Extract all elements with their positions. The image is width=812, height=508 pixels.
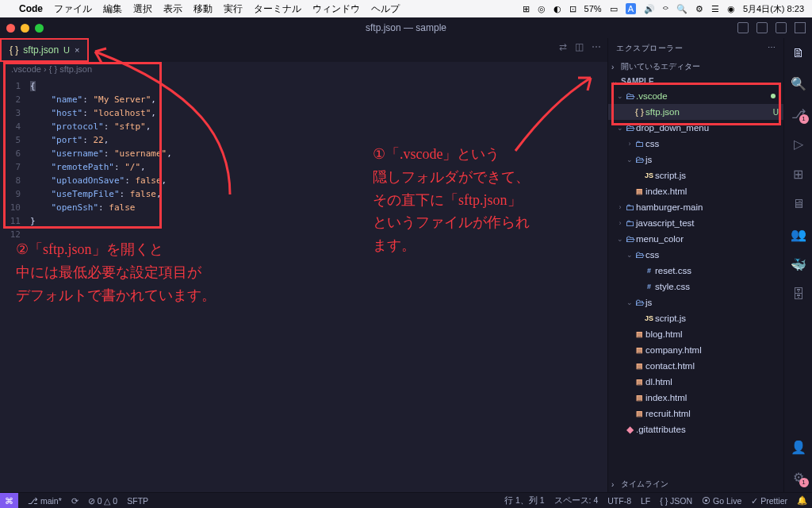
editor-content[interactable]: { "name": "My Server", "host": "localhos…	[27, 76, 172, 241]
tree-item[interactable]: JSscript.js	[608, 310, 783, 326]
menu-file[interactable]: ファイル	[54, 2, 92, 16]
activity-scm-icon[interactable]: ⎇1	[790, 105, 807, 122]
explorer-more-icon[interactable]: ⋯	[768, 43, 776, 54]
split-icon[interactable]: ◫	[575, 41, 584, 52]
menu-go[interactable]: 移動	[193, 2, 213, 16]
menu-edit[interactable]: 編集	[103, 2, 122, 16]
activity-search-icon[interactable]: 🔍	[790, 75, 807, 92]
menu-help[interactable]: ヘルプ	[371, 2, 400, 16]
editor-gutter: 123456789101112	[0, 76, 27, 241]
settings-badge: 1	[799, 478, 809, 487]
editor-area: { } sftp.json U × ⇄ ◫ ⋯ .vscode › { } sf…	[0, 38, 607, 492]
activity-liveshare-icon[interactable]: 👥	[790, 225, 807, 243]
editor-tab-sftp[interactable]: { } sftp.json U ×	[0, 38, 89, 62]
volume-icon[interactable]: 🔊	[644, 4, 655, 14]
tree-item[interactable]: ›🗀javascript_test	[608, 215, 783, 231]
tree-item[interactable]: ▤dl.html	[608, 374, 783, 390]
wifi-icon[interactable]: ⚙	[695, 4, 703, 14]
tree-item[interactable]: ⌄🗁js	[608, 294, 783, 310]
search-icon[interactable]: 🔍	[676, 4, 688, 14]
menubar-app[interactable]: Code	[19, 3, 43, 14]
status-branch[interactable]: ⎇ main*	[28, 496, 62, 506]
status-sync[interactable]: ⟳	[71, 496, 79, 506]
status-eol[interactable]: LF	[641, 496, 650, 506]
window-title: sftp.json — sample	[0, 22, 812, 33]
status-golive[interactable]: ⦿ Go Live	[702, 496, 741, 506]
status-encoding[interactable]: UTF-8	[607, 496, 631, 506]
menubar-indicator: ◎	[538, 4, 546, 14]
menubar-indicator: ⊞	[523, 4, 530, 14]
compare-icon[interactable]: ⇄	[559, 41, 567, 52]
chevron-right-icon: ›	[611, 480, 619, 489]
bluetooth-icon[interactable]: ⌔	[663, 4, 668, 13]
tab-git-status: U	[63, 45, 70, 55]
tree-item[interactable]: ▤blog.html	[608, 326, 783, 342]
tree-item[interactable]: ▤index.html	[608, 390, 783, 406]
status-sftp[interactable]: SFTP	[127, 496, 148, 506]
activity-docker-icon[interactable]: 🐳	[790, 256, 807, 273]
status-remote[interactable]: ⌘	[0, 493, 18, 509]
tree-item[interactable]: ◆.gitattributes	[608, 421, 783, 437]
siri-icon[interactable]: ◉	[727, 4, 735, 14]
tree-item[interactable]: ›🗀css	[608, 136, 783, 152]
chevron-down-icon: ⌄	[611, 77, 619, 86]
tree-item[interactable]: ⌄🗁css	[608, 247, 783, 263]
open-editors-section[interactable]: › 開いているエディター	[608, 59, 783, 75]
tab-close-icon[interactable]: ×	[75, 45, 79, 55]
explorer-title: エクスプローラー	[616, 43, 683, 54]
activity-account-icon[interactable]: 👤	[790, 438, 807, 456]
battery-text: 57%	[584, 4, 602, 13]
tree-item[interactable]: ▤index.html	[608, 183, 783, 199]
tree-item[interactable]: ⌄🗁js	[608, 152, 783, 167]
tree-item[interactable]: ▤contact.html	[608, 358, 783, 374]
folder-root-section[interactable]: ⌄ SAMPLE	[608, 75, 783, 88]
tree-item[interactable]: #style.css	[608, 279, 783, 294]
activity-bar: 🗎 🔍 ⎇1 ▷ ⊞ 🖥 👥 🐳 🗄 👤 ⚙1	[783, 38, 812, 492]
timeline-label: タイムライン	[621, 479, 668, 490]
activity-extensions-icon[interactable]: ⊞	[790, 165, 807, 183]
menubar-indicator: ◐	[553, 4, 561, 14]
mac-menubar: Code ファイル 編集 選択 表示 移動 実行 ターミナル ウィンドウ ヘルプ…	[0, 0, 812, 17]
menu-window[interactable]: ウィンドウ	[312, 2, 360, 16]
window-titlebar: sftp.json — sample	[0, 17, 812, 38]
tree-item[interactable]: #reset.css	[608, 263, 783, 279]
activity-debug-icon[interactable]: ▷	[790, 135, 807, 152]
menu-selection[interactable]: 選択	[133, 2, 152, 16]
status-problems[interactable]: ⊘ 0 △ 0	[88, 496, 117, 506]
status-language[interactable]: { } JSON	[660, 496, 692, 506]
open-editors-label: 開いているエディター	[621, 61, 700, 72]
activity-db-icon[interactable]: 🗄	[790, 286, 807, 303]
breadcrumb[interactable]: .vscode › { } sftp.json	[0, 62, 607, 76]
battery-icon: ▭	[610, 4, 618, 14]
activity-settings-icon[interactable]: ⚙1	[790, 468, 807, 486]
status-cursor[interactable]: 行 1、列 1	[504, 495, 545, 506]
status-bell-icon[interactable]: 🔔	[797, 495, 807, 506]
control-center-icon[interactable]: ☰	[711, 4, 719, 14]
menubar-clock[interactable]: 5月4日(木) 8:23	[743, 3, 804, 15]
status-prettier[interactable]: ✓ Prettier	[751, 496, 787, 506]
status-bar: ⌘ ⎇ main* ⟳ ⊘ 0 △ 0 SFTP 行 1、列 1 スペース: 4…	[0, 492, 812, 508]
activity-explorer-icon[interactable]: 🗎	[790, 44, 807, 62]
tab-filename: sftp.json	[23, 44, 59, 56]
tree-item[interactable]: ⌄🗁drop_down_menu	[608, 120, 783, 136]
tree-item[interactable]: { }sftp.jsonU	[608, 104, 783, 120]
more-icon[interactable]: ⋯	[592, 41, 601, 52]
tree-item[interactable]: ▤recruit.html	[608, 406, 783, 421]
editor-tabs: { } sftp.json U × ⇄ ◫ ⋯	[0, 38, 607, 62]
menu-terminal[interactable]: ターミナル	[254, 2, 301, 16]
menu-view[interactable]: 表示	[163, 2, 182, 16]
explorer-sidebar: エクスプローラー ⋯ › 開いているエディター ⌄ SAMPLE ⌄🗁.vsco…	[607, 38, 783, 492]
tree-item[interactable]: ›🗀hamburger-main	[608, 199, 783, 215]
tree-item[interactable]: ⌄🗁.vscode	[608, 88, 783, 104]
input-source-icon[interactable]: A	[626, 3, 636, 14]
timeline-section[interactable]: › タイムライン	[608, 476, 783, 492]
scm-badge: 1	[799, 114, 809, 124]
status-spaces[interactable]: スペース: 4	[554, 495, 599, 506]
activity-remote-icon[interactable]: 🖥	[790, 195, 807, 213]
tree-item[interactable]: ▤company.html	[608, 342, 783, 358]
tree-item[interactable]: JSscript.js	[608, 167, 783, 183]
menu-run[interactable]: 実行	[224, 2, 243, 16]
chevron-right-icon: ›	[611, 63, 619, 71]
menubar-indicator: ⊡	[569, 4, 576, 14]
tree-item[interactable]: ⌄🗁menu_color	[608, 231, 783, 247]
